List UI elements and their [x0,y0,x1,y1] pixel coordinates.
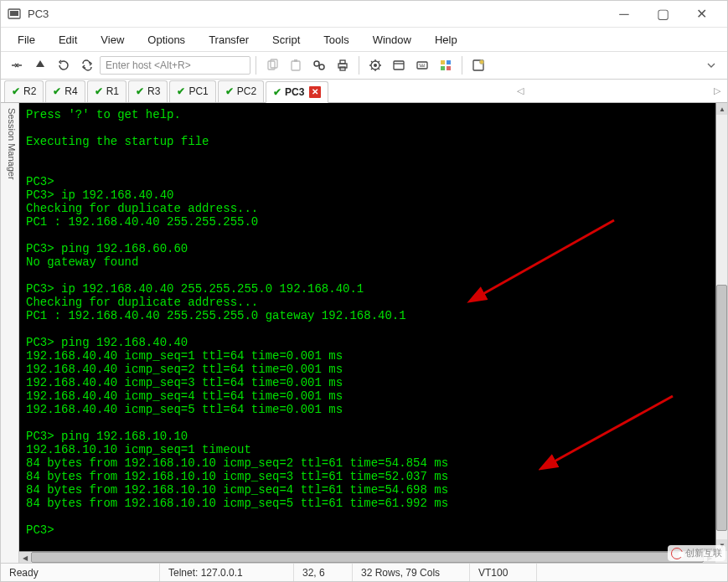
svg-rect-13 [394,61,404,70]
keyword-highlight-icon[interactable] [435,54,457,76]
horizontal-scrollbar[interactable]: ◀ ▶ [19,551,715,563]
svg-rect-4 [292,61,300,70]
disconnect-icon[interactable] [53,54,75,76]
svg-rect-5 [294,59,297,62]
options-icon[interactable] [364,54,386,76]
menu-help[interactable]: Help [423,30,469,49]
scroll-up-icon[interactable]: ▲ [716,103,727,115]
scroll-left-icon[interactable]: ◀ [19,552,31,563]
toolbar-overflow-icon[interactable] [700,54,722,76]
svg-rect-17 [441,66,445,70]
menu-edit[interactable]: Edit [47,30,89,49]
tab-pc3[interactable]: ✔PC3✕ [266,81,328,103]
reconnect-icon[interactable] [29,54,51,76]
menu-file[interactable]: File [6,30,47,49]
tab-nav-right[interactable]: ▷ [710,85,724,96]
svg-point-20 [480,60,484,64]
menu-tools[interactable]: Tools [312,30,360,49]
paste-icon[interactable] [285,54,307,76]
status-connection: Telnet: 127.0.0.1 [160,564,294,581]
tab-r2[interactable]: ✔R2 [4,80,44,102]
check-icon: ✔ [95,85,103,97]
svg-rect-1 [10,11,18,16]
check-icon: ✔ [177,85,185,97]
menu-view[interactable]: View [89,30,136,49]
watermark: 创新互联 [668,545,725,561]
scroll-thumb[interactable] [716,285,727,531]
host-placeholder: Enter host <Alt+R> [106,59,191,71]
svg-point-6 [314,61,319,66]
status-emulation: VT100 [470,564,537,581]
tab-r1[interactable]: ✔R1 [87,80,126,102]
svg-rect-9 [340,60,345,64]
copy-icon[interactable] [261,54,283,76]
window-title: PC3 [28,8,49,20]
tab-r4[interactable]: ✔R4 [45,80,85,102]
menu-script[interactable]: Script [261,30,312,49]
svg-point-7 [319,64,324,70]
svg-point-12 [374,64,377,67]
tab-r3[interactable]: ✔R3 [128,80,168,102]
terminal-output[interactable]: Press '?' to get help. Executing the sta… [19,103,715,551]
minimize-button[interactable]: ─ [605,1,643,28]
toolbar: Enter host <Alt+R> [1,51,727,80]
session-options-icon[interactable] [388,54,410,76]
check-icon: ✔ [136,85,144,97]
tab-pc1[interactable]: ✔PC1 [169,80,215,102]
menu-options[interactable]: Options [136,30,197,49]
tabbar: ✔R2 ✔R4 ✔R1 ✔R3 ✔PC1 ✔PC2 ✔PC3✕ ◁ ▷ [1,80,727,103]
check-icon: ✔ [53,85,61,97]
window-controls: ─ ▢ ✕ [605,1,720,28]
check-icon: ✔ [225,85,234,97]
status-cursor: 32, 6 [294,564,353,581]
svg-rect-14 [417,62,427,69]
titlebar: PC3 ─ ▢ ✕ [1,1,727,28]
tab-pc2[interactable]: ✔PC2 [218,80,264,102]
maximize-button[interactable]: ▢ [643,1,682,28]
print-icon[interactable] [332,54,354,76]
main-area: Session Manager Press '?' to get help. E… [1,103,727,563]
status-ready: Ready [1,564,160,581]
scroll-thumb[interactable] [31,552,704,563]
reconnect-all-icon[interactable] [76,54,98,76]
tab-nav-left[interactable]: ◁ [514,85,527,96]
keymap-icon[interactable] [411,54,433,76]
app-icon [8,8,21,21]
svg-rect-16 [447,60,451,64]
statusbar: Ready Telnet: 127.0.0.1 32, 6 32 Rows, 7… [1,563,727,581]
svg-rect-18 [447,66,451,70]
find-icon[interactable] [308,54,330,76]
menu-window[interactable]: Window [361,30,423,49]
host-input[interactable]: Enter host <Alt+R> [100,56,250,75]
check-icon: ✔ [273,86,281,98]
close-button[interactable]: ✕ [682,1,720,28]
session-manager-sidebar[interactable]: Session Manager [1,103,19,563]
check-icon: ✔ [12,85,20,97]
help-icon[interactable] [467,54,489,76]
svg-rect-10 [340,67,345,70]
svg-rect-15 [441,60,445,64]
menu-transfer[interactable]: Transfer [197,30,261,49]
status-size: 32 Rows, 79 Cols [353,564,470,581]
vertical-scrollbar[interactable]: ▲ ▼ [715,103,727,551]
menubar: File Edit View Options Transfer Script T… [1,28,727,51]
terminal-pane[interactable]: Press '?' to get help. Executing the sta… [19,103,727,563]
tab-close-icon[interactable]: ✕ [309,86,321,98]
quick-connect-icon[interactable] [6,54,28,76]
